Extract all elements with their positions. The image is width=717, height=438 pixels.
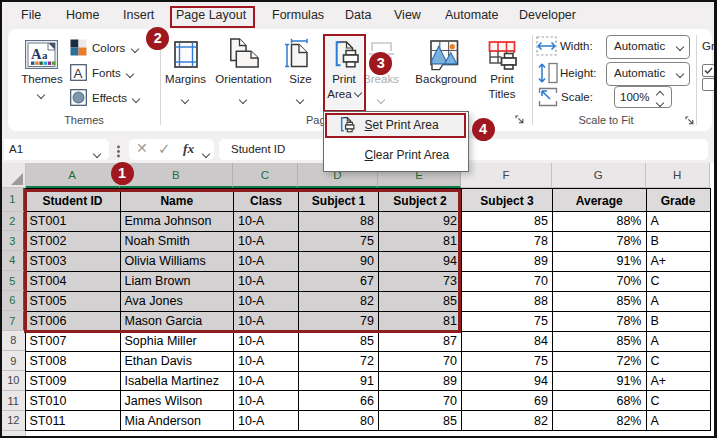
svg-text:a: a: [42, 49, 48, 61]
svg-text:A: A: [31, 46, 42, 62]
svg-text:A: A: [74, 66, 83, 81]
